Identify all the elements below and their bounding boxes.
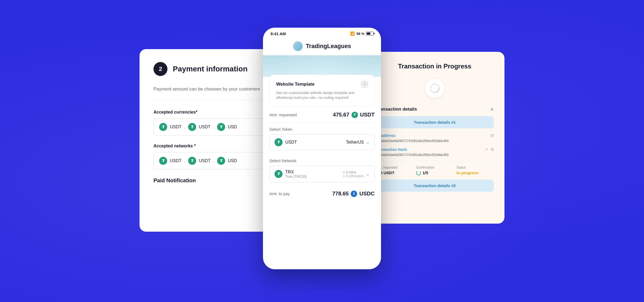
transaction-title: Transaction in Progress [376,63,494,70]
currency-badge-1: ₮ [159,123,167,131]
network-info: TRX Tron (TRC20) [285,170,307,179]
step-title: Payment information [173,65,247,73]
brand-name: TradingLeagues [306,43,351,50]
network-select[interactable]: ₮ TRX Tron (TRC20) ≈ 2 mins 1 Confirmati… [269,166,375,183]
network-badge-2: ₮ [188,157,196,165]
token-select[interactable]: ₮ USDT TetherUS ⌄ [269,134,375,150]
select-network-label: Select Network [269,154,375,166]
network-confirmations: 1 Confirmation [343,174,364,178]
network-text-2: USDT [199,158,211,163]
external-link-icon[interactable]: ↗ [485,147,488,152]
token-name: USDT [285,140,297,145]
summary-status-label: Status [456,166,494,169]
network-badge-3: ₮ [217,157,225,165]
tx-hash-row: Transaction Hash ↗ ⧉ 0xf5ebd43ae6d260717… [376,147,494,157]
network-text-1: USDT [170,158,182,163]
net-sep-1: , [184,158,185,163]
usdt-badge: ₮ [352,112,358,118]
template-card: Website Template ⓘ Get our customizable … [269,75,375,106]
template-title: Website Template [276,82,314,87]
wifi-icon: 📶 [350,31,355,36]
template-desc: Get our customizable website design temp… [276,90,368,100]
transaction-tab-2[interactable]: Transaction details #2 [376,180,494,192]
select-token-label: Select Token [269,123,375,134]
currency-badge-2: ₮ [188,123,196,131]
summary-amt-value: 100 USDT [376,170,413,175]
summary-status-value: In progress [456,170,494,175]
status-right: 📶 58 % [350,31,374,36]
banner-pattern [263,55,381,77]
summary-amt-label: Amt. requested [376,166,413,169]
token-full-name: TetherUS [346,140,364,145]
battery-fill [367,32,370,35]
token-right: TetherUS ⌄ [346,140,369,145]
spinner [425,79,444,98]
confirmation-summary: Confirmation 1/5 [416,166,453,175]
battery-text: 58 % [356,32,364,36]
amt-to-pay-number: 778.65 [332,191,349,197]
status-summary: Status In progress [456,166,494,175]
summary-row: Amt. requested 100 USDT Confirmation 1/5… [376,161,494,175]
confirmation-display: 1/5 [416,170,453,175]
to-address-copy-icon[interactable]: ⧉ [491,133,494,138]
network-badge-1: ₮ [159,157,167,165]
network-name: TRX [285,170,307,174]
spinner-container [376,79,494,98]
confirmation-value: 1/5 [423,170,428,175]
tx-hash-actions: ↗ ⧉ [485,147,494,152]
step-number: 2 [153,62,167,76]
network-select-left: ₮ TRX Tron (TRC20) [275,170,307,179]
amount-requested-row: Amt. requested 475.67 ₮ USDT [269,106,375,123]
brand-logo [293,41,303,51]
network-timing: ≈ 2 mins 1 Confirmation [343,170,364,178]
amt-to-pay-value: 778.65 $ USDC [332,191,375,197]
phone-card: 9:41 AM 📶 58 % TradingLeagues Website Te… [263,28,381,269]
amt-requested-number: 475.67 [333,112,349,118]
token-badge: ₮ [275,138,283,146]
amt-requested-summary: Amt. requested 100 USDT [376,166,413,175]
sep-2: , [213,125,214,129]
to-address-value: 0xf5ebd43ae6d26071741091a0e295ec0f19ddc4… [376,139,494,143]
amt-requested-currency: USDT [360,112,375,118]
transaction-progress-card: Transaction in Progress Transaction deta… [365,52,504,224]
currency-text-3: USD [228,125,237,129]
collapse-icon[interactable]: ∧ [491,107,494,112]
template-header: Website Template ⓘ [276,81,368,88]
battery-icon [366,32,374,35]
amt-to-pay-currency: USDC [359,191,375,197]
confirmation-spinner [416,170,421,175]
to-address-key: To address ⧉ [376,133,494,138]
amt-requested-label: Amt. requested [269,112,297,117]
amt-to-pay-label: Amt. to pay [269,191,290,196]
network-badge: ₮ [275,170,283,178]
sep-1: , [184,125,185,129]
phone-header: TradingLeagues [263,36,381,51]
transaction-tab-1[interactable]: Transaction details #1 [376,116,494,128]
currency-badge-3: ₮ [217,123,225,131]
transaction-details-label: Transaction details [376,107,417,112]
net-sep-2: , [213,158,214,163]
tx-hash-copy-icon[interactable]: ⧉ [491,147,494,152]
network-text-3: USD [228,158,237,163]
status-time: 9:41 AM [270,31,286,36]
tx-hash-key: Transaction Hash ↗ ⧉ [376,147,494,152]
info-icon[interactable]: ⓘ [361,81,368,88]
phone-content: Website Template ⓘ Get our customizable … [263,75,381,197]
teal-banner [263,55,381,77]
cards-container: 2 Payment information Payment amount can… [148,36,496,267]
summary-conf-label: Confirmation [416,166,453,169]
network-time: ≈ 2 mins [343,170,364,174]
usdc-badge: $ [351,191,357,197]
amt-to-pay-row: Amt. to pay 778.65 $ USDC [269,186,375,197]
tx-hash-value: 0xf5ebd43ae6d26071741091a0e295ec0f19ddc4… [376,153,494,157]
network-sub: Tron (TRC20) [285,174,307,179]
transaction-details-header: Transaction details ∧ [376,107,494,112]
status-bar: 9:41 AM 📶 58 % [263,28,381,36]
network-chevron: ⌄ [366,172,369,177]
spinner-svg [429,83,440,94]
amt-requested-value: 475.67 ₮ USDT [333,112,375,118]
currency-text-2: USDT [199,125,211,129]
network-right: ≈ 2 mins 1 Confirmation ⌄ [343,170,369,178]
token-chevron: ⌄ [366,140,369,145]
token-select-left: ₮ USDT [275,138,297,146]
